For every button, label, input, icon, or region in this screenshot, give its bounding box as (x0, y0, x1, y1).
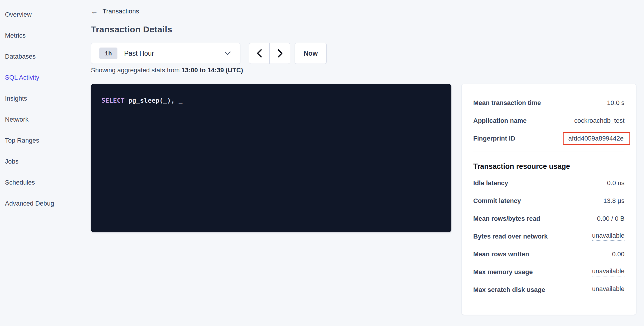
application-name-value: cockroachdb_test (574, 117, 624, 125)
sidebar-item-sql-activity[interactable]: SQL Activity (0, 67, 85, 88)
max-memory-usage-row: Max memory usage unavailable (473, 263, 624, 281)
card-divider (473, 152, 624, 152)
application-name-label: Application name (473, 117, 527, 125)
sidebar-item-jobs[interactable]: Jobs (0, 151, 85, 172)
max-scratch-disk-usage-label: Max scratch disk usage (473, 286, 545, 294)
time-range-dropdown[interactable]: 1h Past Hour (91, 43, 240, 64)
idle-latency-value: 0.0 ns (607, 179, 624, 187)
application-name-row: Application name cockroachdb_test (473, 112, 624, 129)
breadcrumb[interactable]: ← Transactions (91, 8, 139, 15)
fingerprint-id-value: afdd4059a899442e (563, 132, 630, 145)
mean-rows-bytes-read-value: 0.00 / 0 B (597, 215, 624, 222)
sidebar-item-schedules[interactable]: Schedules (0, 172, 85, 193)
aggregated-stats-prefix: Showing aggregated stats from (91, 66, 182, 74)
sql-statement-rest: pg_sleep(_), _ (124, 97, 182, 104)
fingerprint-id-label: Fingerprint ID (473, 135, 515, 142)
mean-transaction-time-row: Mean transaction time 10.0 s (473, 94, 624, 112)
transaction-details-card: Mean transaction time 10.0 s Application… (461, 84, 636, 315)
mean-rows-bytes-read-label: Mean rows/bytes read (473, 215, 540, 222)
resource-usage-heading: Transaction resource usage (473, 162, 624, 171)
time-range-badge: 1h (99, 48, 117, 59)
sidebar-nav: Overview Metrics Databases SQL Activity … (0, 0, 85, 326)
commit-latency-row: Commit latency 13.8 µs (473, 192, 624, 210)
bytes-read-over-network-label: Bytes read over network (473, 233, 548, 240)
mean-rows-bytes-read-row: Mean rows/bytes read 0.00 / 0 B (473, 210, 624, 227)
sidebar-item-insights[interactable]: Insights (0, 88, 85, 109)
aggregated-stats-range: 13:00 to 14:39 (UTC) (182, 66, 243, 74)
mean-rows-written-value: 0.00 (612, 250, 624, 258)
sidebar-item-metrics[interactable]: Metrics (0, 25, 85, 46)
max-memory-usage-value[interactable]: unavailable (592, 267, 624, 276)
mean-rows-written-row: Mean rows written 0.00 (473, 245, 624, 263)
breadcrumb-label[interactable]: Transactions (103, 8, 139, 15)
bytes-read-over-network-value[interactable]: unavailable (592, 232, 624, 241)
mean-transaction-time-label: Mean transaction time (473, 99, 541, 107)
max-scratch-disk-usage-value[interactable]: unavailable (592, 285, 624, 294)
max-scratch-disk-usage-row: Max scratch disk usage unavailable (473, 281, 624, 299)
sql-statement-box: SELECT pg_sleep(_), _ (91, 84, 451, 232)
sidebar-item-advanced-debug[interactable]: Advanced Debug (0, 193, 85, 214)
chevron-down-icon (224, 51, 231, 55)
next-interval-button[interactable] (270, 43, 290, 64)
chevron-right-icon (277, 49, 283, 57)
time-interval-arrows (249, 43, 290, 64)
page-title: Transaction Details (91, 24, 172, 34)
mean-transaction-time-value: 10.0 s (607, 99, 624, 107)
max-memory-usage-label: Max memory usage (473, 268, 533, 276)
sql-statement-text: SELECT pg_sleep(_), _ (101, 97, 441, 104)
sidebar-item-overview[interactable]: Overview (0, 4, 85, 25)
sql-keyword: SELECT (101, 97, 124, 104)
previous-interval-button[interactable] (249, 43, 270, 64)
sidebar-item-network[interactable]: Network (0, 109, 85, 130)
back-arrow-icon[interactable]: ← (91, 8, 98, 15)
commit-latency-value: 13.8 µs (603, 197, 624, 205)
sidebar-item-top-ranges[interactable]: Top Ranges (0, 130, 85, 151)
idle-latency-row: Idle latency 0.0 ns (473, 174, 624, 192)
chevron-left-icon (257, 49, 262, 57)
commit-latency-label: Commit latency (473, 197, 521, 205)
idle-latency-label: Idle latency (473, 179, 508, 187)
fingerprint-id-row: Fingerprint ID afdd4059a899442e (473, 129, 624, 147)
bytes-read-over-network-row: Bytes read over network unavailable (473, 227, 624, 245)
aggregated-stats-caption: Showing aggregated stats from 13:00 to 1… (91, 66, 243, 74)
sidebar-item-databases[interactable]: Databases (0, 46, 85, 67)
now-button[interactable]: Now (295, 43, 327, 64)
time-range-selected-value: Past Hour (124, 50, 154, 57)
mean-rows-written-label: Mean rows written (473, 250, 529, 258)
